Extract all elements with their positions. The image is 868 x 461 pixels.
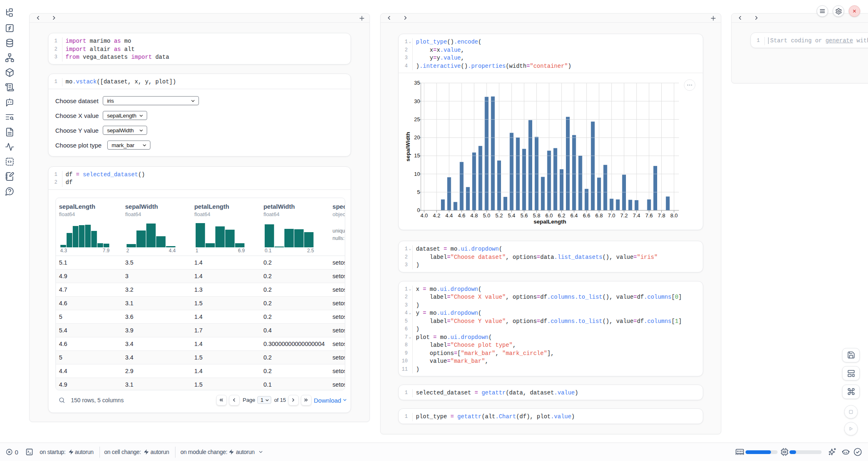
svg-text:4.8: 4.8 (471, 212, 478, 219)
svg-text:6.2: 6.2 (558, 212, 565, 219)
svg-text:5.4: 5.4 (508, 212, 515, 219)
svg-text:6.4: 6.4 (570, 212, 578, 219)
svg-text:30: 30 (414, 98, 420, 104)
svg-text:35: 35 (414, 80, 420, 86)
svg-text:sepalWidth: sepalWidth (405, 132, 411, 161)
svg-text:5: 5 (417, 189, 420, 195)
svg-text:5.2: 5.2 (495, 212, 503, 219)
svg-text:10: 10 (414, 171, 420, 177)
svg-text:20: 20 (414, 134, 420, 141)
svg-text:6.0: 6.0 (545, 212, 553, 219)
svg-text:6.8: 6.8 (596, 212, 603, 219)
svg-text:5.0: 5.0 (483, 212, 490, 219)
svg-text:6.6: 6.6 (583, 212, 590, 219)
svg-text:4.4: 4.4 (446, 212, 453, 219)
svg-text:7.0: 7.0 (608, 212, 615, 219)
svg-text:5.8: 5.8 (533, 212, 540, 219)
svg-text:8.0: 8.0 (670, 212, 678, 219)
svg-text:25: 25 (414, 116, 420, 122)
svg-text:4.6: 4.6 (458, 212, 465, 219)
svg-text:5.6: 5.6 (520, 212, 528, 219)
svg-text:0: 0 (417, 207, 420, 213)
svg-text:4.0: 4.0 (420, 212, 428, 219)
svg-text:4.2: 4.2 (433, 212, 440, 219)
svg-text:7.6: 7.6 (645, 212, 653, 219)
svg-text:sepalLength: sepalLength (533, 219, 566, 225)
svg-text:7.4: 7.4 (633, 212, 640, 219)
svg-text:15: 15 (414, 152, 420, 159)
svg-text:7.2: 7.2 (620, 212, 628, 219)
svg-text:7.8: 7.8 (658, 212, 665, 219)
